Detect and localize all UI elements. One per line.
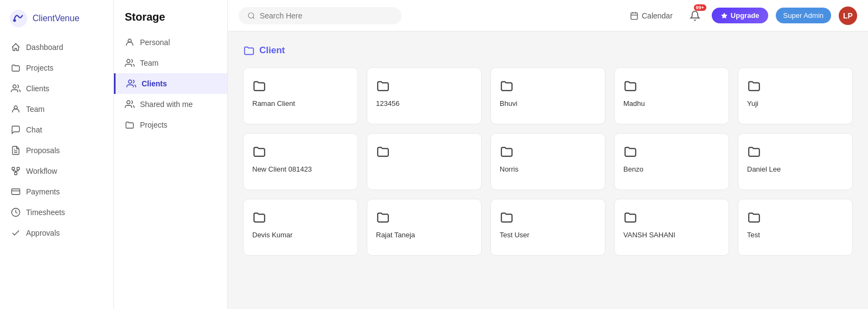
notifications-button[interactable]: 99+ [686,7,704,25]
svg-point-0 [10,10,27,27]
calendar-icon [630,11,639,20]
folder-card-icon [252,210,266,224]
logo-icon [9,9,28,28]
folder-card[interactable]: Madhu [614,67,729,124]
folder-card[interactable]: Norris [490,133,605,190]
approvals-icon [11,228,21,238]
folder-icon [11,63,21,73]
bell-icon [690,10,700,21]
folder-card-name: New Client 081423 [252,165,349,173]
breadcrumb-text: Client [259,45,285,56]
svg-rect-8 [15,172,17,175]
upgrade-button[interactable]: Upgrade [712,8,768,23]
folder-card-icon [376,144,390,159]
folder-card-name: Madhu [623,99,720,108]
svg-rect-6 [12,167,15,170]
folder-card[interactable] [367,133,482,190]
storage-personal[interactable]: Personal [114,32,227,53]
storage-title: Storage [114,11,227,32]
main-content: Calendar 99+ Upgrade Super Admin LP Clie… [228,0,868,309]
sidebar-item-timesheets[interactable]: Timesheets [0,202,113,223]
folder-grid: Raman Client 123456 Bhuvi Madhu Yuji New… [243,67,853,256]
workflow-icon [11,166,21,176]
breadcrumb: Client [243,45,853,56]
storage-team[interactable]: Team [114,53,227,73]
folder-card[interactable]: 123456 [367,67,482,124]
team-icon [11,104,21,114]
folder-card[interactable]: Raman Client [243,67,358,124]
svg-rect-7 [17,167,20,170]
svg-point-18 [129,80,132,83]
upgrade-icon [720,12,728,20]
calendar-label: Calendar [642,11,673,20]
svg-rect-22 [631,12,637,19]
search-input[interactable] [260,11,393,20]
folder-card-name: Yuji [747,99,844,108]
folder-card-icon [252,79,266,93]
sidebar-item-approvals[interactable]: Approvals [0,223,113,243]
folder-card[interactable]: Devis Kumar [243,199,358,256]
folder-card-name: Test User [500,231,596,239]
sidebar-item-chat[interactable]: Chat [0,119,113,140]
storage-projects[interactable]: Projects [114,115,227,135]
sidebar: ClientVenue Dashboard Projects Clients T… [0,0,114,309]
folder-card[interactable]: Daniel Lee [738,133,853,190]
folder-card-icon [623,144,637,159]
shared-icon [125,99,135,109]
folder-card-name: 123456 [376,99,473,108]
storage-panel: Storage Personal Team Clients Shared wit… [114,0,228,309]
folder-card-icon [252,144,266,159]
folder-card[interactable]: Bhuvi [490,67,605,124]
calendar-button[interactable]: Calendar [624,8,678,23]
folder-card-icon [376,210,390,224]
svg-rect-13 [12,189,20,195]
storage-clients-icon [126,79,136,89]
folder-card-icon [500,210,514,224]
folder-card[interactable]: Test [738,199,853,256]
folder-card[interactable]: Benzo [614,133,729,190]
person-icon [125,37,135,47]
sidebar-item-proposals[interactable]: Proposals [0,140,113,161]
home-icon [11,42,21,52]
sidebar-item-workflow[interactable]: Workflow [0,161,113,181]
svg-point-1 [13,19,16,22]
super-admin-button[interactable]: Super Admin [776,8,831,23]
folder-card[interactable]: Yuji [738,67,853,124]
folder-card-icon [747,79,761,93]
sidebar-item-clients[interactable]: Clients [0,78,113,99]
logo[interactable]: ClientVenue [0,0,113,35]
notification-badge: 99+ [694,4,706,11]
folder-card-name: Daniel Lee [747,165,844,173]
folder-card-icon [747,144,761,159]
folder-card-name: Benzo [623,165,720,173]
sidebar-item-dashboard[interactable]: Dashboard [0,37,113,58]
storage-shared[interactable]: Shared with me [114,94,227,115]
folder-card-name: Bhuvi [500,99,596,108]
folder-card-icon [500,79,514,93]
svg-line-21 [253,17,254,18]
svg-point-19 [127,100,130,104]
sidebar-item-projects[interactable]: Projects [0,58,113,78]
sidebar-item-team[interactable]: Team [0,99,113,119]
folder-card-icon [747,210,761,224]
search-icon [247,11,256,20]
content-area: Client Raman Client 123456 Bhuvi Madhu Y… [228,31,868,309]
search-bar[interactable] [239,7,401,24]
folder-card-icon [376,79,390,93]
topbar: Calendar 99+ Upgrade Super Admin LP [228,0,868,31]
chat-icon [11,125,21,135]
folder-card[interactable]: Test User [490,199,605,256]
topbar-right: Calendar 99+ Upgrade Super Admin LP [624,7,857,25]
svg-point-17 [127,59,130,62]
folder-card[interactable]: VANSH SAHANI [614,199,729,256]
breadcrumb-folder-icon [243,45,255,56]
folder-card-name: VANSH SAHANI [623,231,720,239]
storage-projects-icon [125,120,135,130]
storage-team-icon [125,58,135,68]
timesheets-icon [11,207,21,217]
sidebar-item-payments[interactable]: Payments [0,181,113,202]
avatar[interactable]: LP [839,7,857,25]
folder-card[interactable]: New Client 081423 [243,133,358,190]
storage-clients[interactable]: Clients [114,73,227,94]
folder-card[interactable]: Rajat Taneja [367,199,482,256]
